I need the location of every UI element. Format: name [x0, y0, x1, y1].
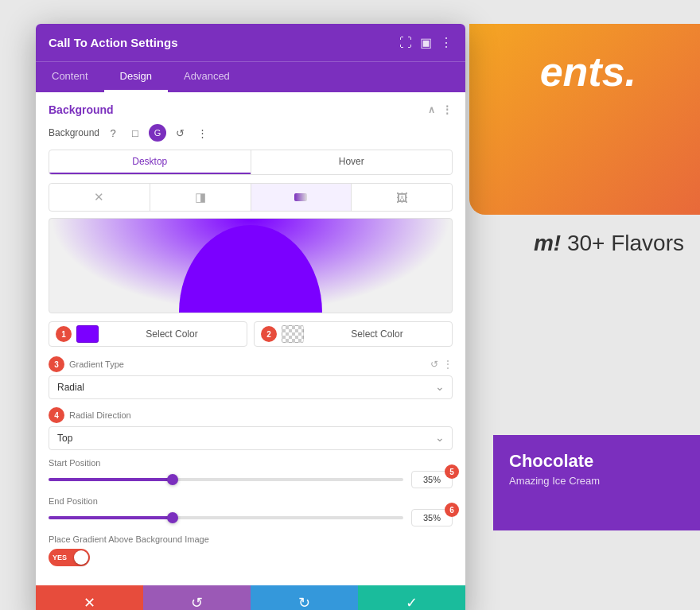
- banner-text: ents.: [540, 48, 636, 95]
- flavors-text: 30+ Flavors: [567, 231, 684, 255]
- end-position-thumb[interactable]: [167, 512, 178, 523]
- modal-footer: ✕ ↺ ↻ ✓: [36, 585, 465, 610]
- chocolate-box: Chocolate Amazing Ice Cream: [493, 435, 700, 530]
- place-gradient-label: Place Gradient Above Background Image: [49, 534, 453, 544]
- bg-active-icon[interactable]: G: [149, 124, 166, 142]
- bg-type-color[interactable]: ◨: [150, 184, 251, 211]
- start-position-value-box: 35% 5: [411, 471, 453, 488]
- start-position-slider-row: 35% 5: [49, 471, 453, 488]
- section-title-text: Background: [49, 103, 114, 116]
- sidebar-icon[interactable]: ▣: [420, 35, 432, 50]
- help-icon[interactable]: ?: [104, 124, 122, 142]
- redo-button[interactable]: ↻: [251, 585, 358, 610]
- collapse-icon[interactable]: ∧: [428, 104, 435, 115]
- start-position-badge: 5: [445, 464, 459, 479]
- color-swatch-2: [282, 325, 304, 343]
- view-tab-desktop[interactable]: Desktop: [49, 150, 251, 174]
- modal-title: Call To Action Settings: [49, 36, 178, 49]
- end-position-label-row: End Position: [49, 496, 453, 506]
- section-title-left: Background: [49, 103, 114, 116]
- gradient-circle: [179, 225, 322, 313]
- radial-direction-label-row: 4 Radial Direction: [49, 407, 453, 423]
- bg-type-row: ✕ ◨ 🖼: [49, 183, 453, 212]
- settings-modal: Call To Action Settings ⛶ ▣ ⋮ Content De…: [36, 24, 465, 610]
- gradient-type-select[interactable]: Linear Radial Conic: [49, 375, 453, 399]
- start-position-label-row: Start Position: [49, 458, 453, 468]
- gradient-type-reset[interactable]: ↺: [430, 359, 438, 370]
- more-icon[interactable]: ⋮: [440, 35, 453, 50]
- end-position-row: End Position 35% 6: [49, 496, 453, 526]
- bg-type-image[interactable]: 🖼: [352, 184, 452, 211]
- gradient-preview: [49, 218, 453, 313]
- modal-body: Background ∧ ⋮ Background ? □ G ↺ ⋮ Desk…: [36, 92, 465, 585]
- gradient-type-row: 3 Gradient Type ↺ ⋮ Linear Radial Conic: [49, 356, 453, 399]
- radial-direction-badge: 4: [49, 407, 64, 423]
- bg-controls-row: Background ? □ G ↺ ⋮: [49, 124, 453, 142]
- toggle-yes-label: YES: [49, 554, 67, 561]
- start-position-row: Start Position 35% 5: [49, 458, 453, 488]
- section-menu-icon[interactable]: ⋮: [441, 103, 453, 116]
- cancel-button[interactable]: ✕: [36, 585, 143, 610]
- place-gradient-toggle[interactable]: YES: [49, 549, 90, 566]
- color-swatch-1: [76, 325, 99, 343]
- place-gradient-row: Place Gradient Above Background Image YE…: [49, 534, 453, 566]
- bg-reset-icon[interactable]: ↺: [171, 124, 189, 142]
- color-label-2: Select Color: [309, 328, 445, 340]
- view-tab-hover[interactable]: Hover: [251, 150, 453, 174]
- toggle-knob: [74, 550, 88, 565]
- start-position-track[interactable]: [49, 478, 403, 481]
- radial-direction-label: Radial Direction: [69, 410, 453, 420]
- radial-direction-select[interactable]: Top Center Bottom Left Right: [49, 426, 453, 450]
- color-item-2[interactable]: 2 Select Color: [254, 321, 453, 347]
- confirm-button[interactable]: ✓: [358, 585, 465, 610]
- gradient-type-label: Gradient Type: [69, 359, 426, 369]
- end-position-badge: 6: [445, 503, 459, 517]
- fullscreen-icon[interactable]: ⛶: [399, 36, 412, 50]
- end-position-slider-row: 35% 6: [49, 509, 453, 526]
- color-row: 1 Select Color 2 Select Color: [49, 321, 453, 347]
- gradient-type-select-wrapper: Linear Radial Conic: [49, 375, 453, 399]
- chocolate-title: Chocolate: [509, 451, 684, 472]
- end-position-fill: [49, 516, 173, 519]
- bg-none-icon[interactable]: □: [126, 124, 144, 142]
- color-label-1: Select Color: [103, 328, 240, 340]
- modal-tabs: Content Design Advanced: [36, 61, 465, 92]
- tab-design[interactable]: Design: [104, 62, 168, 92]
- tab-advanced[interactable]: Advanced: [168, 62, 246, 92]
- radial-direction-row: 4 Radial Direction Top Center Bottom Lef…: [49, 407, 453, 450]
- color-item-1[interactable]: 1 Select Color: [49, 321, 247, 347]
- bg-more-icon[interactable]: ⋮: [193, 124, 211, 142]
- chocolate-subtitle: Amazing Ice Cream: [509, 475, 684, 487]
- undo-button[interactable]: ↺: [143, 585, 251, 610]
- start-position-label: Start Position: [49, 458, 453, 468]
- modal-header-icons: ⛶ ▣ ⋮: [399, 35, 453, 50]
- color-badge-2: 2: [261, 326, 277, 342]
- bg-type-gradient[interactable]: [251, 184, 352, 211]
- gradient-type-label-row: 3 Gradient Type ↺ ⋮: [49, 356, 453, 372]
- section-title: Background ∧ ⋮: [49, 103, 453, 116]
- view-tabs: Desktop Hover: [49, 150, 453, 175]
- svg-rect-0: [294, 193, 307, 201]
- radial-direction-select-wrapper: Top Center Bottom Left Right: [49, 426, 453, 450]
- bg-controls-label: Background: [49, 127, 99, 138]
- end-position-value-box: 35% 6: [411, 509, 453, 526]
- end-position-label: End Position: [49, 496, 453, 506]
- flavors-prefix: m!: [534, 231, 561, 255]
- gradient-type-badge: 3: [49, 356, 64, 372]
- end-position-track[interactable]: [49, 516, 403, 519]
- color-badge-1: 1: [56, 326, 72, 342]
- tab-content[interactable]: Content: [36, 62, 104, 92]
- gradient-type-menu[interactable]: ⋮: [443, 359, 453, 370]
- start-position-fill: [49, 478, 173, 481]
- start-position-thumb[interactable]: [167, 474, 178, 485]
- modal-header: Call To Action Settings ⛶ ▣ ⋮: [36, 24, 465, 61]
- bg-type-none[interactable]: ✕: [49, 184, 150, 211]
